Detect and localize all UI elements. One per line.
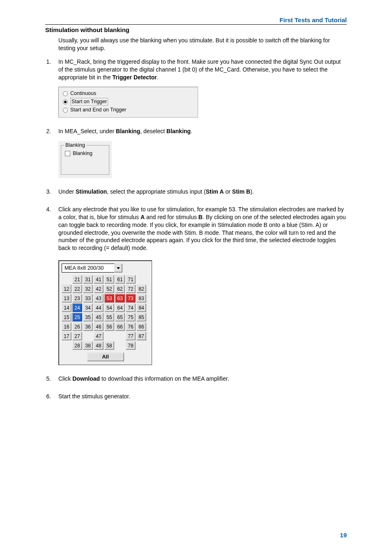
step-5: Click Download to download this informat… — [53, 375, 347, 383]
radio-continuous-label: Continuous — [70, 90, 96, 97]
electrode-grid-panel: MEA 8x8 200/30 2131415161711222324252627… — [58, 260, 152, 365]
electrode-button-53[interactable]: 53 — [104, 294, 114, 303]
radio-start-on-trigger-label: Start on Trigger — [70, 98, 108, 106]
electrode-button-33[interactable]: 33 — [83, 294, 93, 303]
blanking-groupbox-title: Blanking — [64, 142, 86, 149]
mea-layout-select[interactable]: MEA 8x8 200/30 — [62, 264, 122, 273]
step-4-bA: A — [141, 214, 145, 220]
step-2-bold1: Blanking — [116, 128, 140, 134]
electrode-button-45[interactable]: 45 — [94, 313, 104, 321]
electrode-button-28[interactable]: 28 — [72, 341, 82, 350]
electrode-button-74[interactable]: 74 — [126, 303, 136, 312]
electrode-button-26[interactable]: 26 — [72, 322, 82, 331]
radio-continuous-row[interactable]: Continuous — [63, 90, 194, 97]
step-4: Click any electrode that you like to use… — [53, 206, 347, 365]
electrode-button-66[interactable]: 66 — [115, 322, 125, 331]
electrode-button-46[interactable]: 46 — [94, 322, 104, 331]
electrode-button-75[interactable]: 75 — [126, 313, 136, 321]
electrode-button-63[interactable]: 63 — [115, 294, 125, 303]
electrode-button-61[interactable]: 61 — [115, 275, 125, 284]
mea-layout-value: MEA 8x8 200/30 — [62, 264, 114, 273]
electrode-button-47[interactable]: 47 — [94, 332, 104, 340]
electrode-button-77[interactable]: 77 — [126, 332, 136, 340]
step-2-bold2: Blanking — [166, 128, 191, 134]
electrode-button-87[interactable]: 87 — [136, 332, 146, 340]
electrode-button-41[interactable]: 41 — [94, 275, 104, 284]
electrode-button-17[interactable]: 17 — [62, 332, 71, 340]
trigger-mode-panel: Continuous Start on Trigger Start and En… — [58, 87, 198, 118]
electrode-button-27[interactable]: 27 — [72, 332, 82, 340]
electrode-button-56[interactable]: 56 — [104, 322, 114, 331]
electrode-button-12[interactable]: 12 — [62, 284, 71, 293]
intro-paragraph: Usually, you will always use the blankin… — [58, 37, 347, 52]
step-3-b2: Stim A — [206, 188, 224, 195]
electrode-button-24[interactable]: 24 — [72, 303, 82, 312]
electrode-button-78[interactable]: 78 — [126, 341, 136, 350]
electrode-button-32[interactable]: 32 — [83, 284, 93, 293]
electrode-empty — [115, 332, 125, 340]
electrode-button-65[interactable]: 65 — [115, 313, 125, 321]
electrode-button-51[interactable]: 51 — [104, 275, 114, 284]
electrode-button-64[interactable]: 64 — [115, 303, 125, 312]
electrode-button-44[interactable]: 44 — [94, 303, 104, 312]
radio-icon — [63, 108, 68, 113]
electrode-button-72[interactable]: 72 — [126, 284, 136, 293]
electrode-button-43[interactable]: 43 — [94, 294, 104, 303]
radio-start-on-trigger-row[interactable]: Start on Trigger — [63, 97, 194, 106]
electrode-button-86[interactable]: 86 — [136, 322, 146, 331]
electrode-button-84[interactable]: 84 — [136, 303, 146, 312]
electrode-button-15[interactable]: 15 — [62, 313, 71, 321]
electrode-empty — [62, 275, 71, 284]
electrode-empty — [104, 332, 114, 340]
electrode-button-14[interactable]: 14 — [62, 303, 71, 312]
electrode-empty — [136, 341, 146, 350]
page-header: First Tests and Tutorial — [45, 16, 347, 25]
electrode-button-23[interactable]: 23 — [72, 294, 82, 303]
electrode-button-58[interactable]: 58 — [104, 341, 114, 350]
electrode-empty — [136, 275, 146, 284]
electrode-button-54[interactable]: 54 — [104, 303, 114, 312]
electrode-button-62[interactable]: 62 — [115, 284, 125, 293]
electrode-button-21[interactable]: 21 — [72, 275, 82, 284]
electrode-button-73[interactable]: 73 — [126, 294, 136, 303]
electrode-button-38[interactable]: 38 — [83, 341, 93, 350]
ordered-steps: In MC_Rack, bring the triggered display … — [45, 58, 347, 400]
blanking-groupbox — [61, 145, 109, 175]
electrode-button-16[interactable]: 16 — [62, 322, 71, 331]
electrode-button-52[interactable]: 52 — [104, 284, 114, 293]
page-number: 19 — [340, 532, 347, 539]
electrode-button-35[interactable]: 35 — [83, 313, 93, 321]
radio-start-end-on-trigger-row[interactable]: Start and End on Trigger — [63, 106, 194, 114]
electrode-button-13[interactable]: 13 — [62, 294, 71, 303]
step-1-text: In MC_Rack, bring the triggered display … — [58, 58, 341, 81]
step-1: In MC_Rack, bring the triggered display … — [53, 58, 347, 118]
electrode-button-48[interactable]: 48 — [94, 341, 104, 350]
electrode-button-83[interactable]: 83 — [136, 294, 146, 303]
radio-icon — [63, 91, 68, 96]
electrode-button-22[interactable]: 22 — [72, 284, 82, 293]
radio-dot-icon — [64, 101, 67, 103]
electrode-empty — [62, 341, 71, 350]
all-button[interactable]: All — [87, 352, 124, 361]
step-2: In MEA_Select, under Blanking, deselect … — [53, 127, 347, 178]
blanking-panel: Blanking Blanking — [58, 141, 112, 178]
electrode-button-34[interactable]: 34 — [83, 303, 93, 312]
electrode-button-55[interactable]: 55 — [104, 313, 114, 321]
electrode-button-76[interactable]: 76 — [126, 322, 136, 331]
dropdown-button[interactable] — [114, 264, 122, 273]
step-4-bB: B — [198, 214, 203, 220]
step-3-b3: Stim B — [232, 188, 250, 195]
radio-start-end-on-trigger-label: Start and End on Trigger — [70, 106, 126, 113]
electrode-button-71[interactable]: 71 — [126, 275, 136, 284]
step-3: Under Stimulation, select the appropriat… — [53, 188, 347, 196]
electrode-empty — [115, 341, 125, 350]
electrode-button-42[interactable]: 42 — [94, 284, 104, 293]
electrode-button-85[interactable]: 85 — [136, 313, 146, 321]
electrode-button-31[interactable]: 31 — [83, 275, 93, 284]
section-title: Stimulation without blanking — [45, 26, 347, 33]
step-1-bold: Trigger Detector — [113, 74, 157, 81]
electrode-button-25[interactable]: 25 — [72, 313, 82, 321]
electrode-empty — [83, 332, 93, 340]
electrode-button-82[interactable]: 82 — [136, 284, 146, 293]
electrode-button-36[interactable]: 36 — [83, 322, 93, 331]
